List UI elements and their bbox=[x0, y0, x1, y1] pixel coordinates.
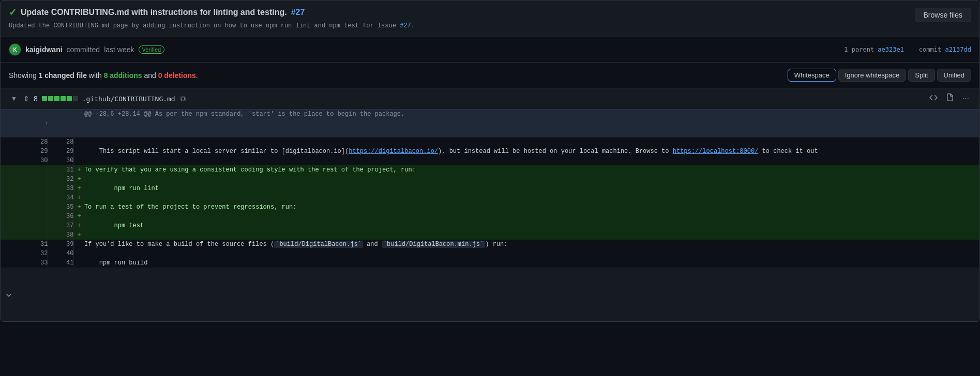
diff-summary-text: Showing 1 changed file with 8 additions … bbox=[9, 71, 198, 80]
line-num-old bbox=[1, 165, 48, 175]
author-action: committed bbox=[67, 45, 100, 54]
bar-block-4 bbox=[61, 96, 66, 101]
table-row: 32 + bbox=[1, 175, 979, 184]
line-num: ↑ bbox=[1, 109, 48, 137]
table-row: 33 41 npm run build bbox=[1, 258, 979, 268]
commit-label: commit bbox=[919, 46, 941, 53]
line-num-new: 30 bbox=[48, 156, 74, 165]
line-num-old bbox=[1, 212, 48, 221]
inline-code: `build/DigitalBacon.js` bbox=[274, 241, 363, 248]
commit-time: last week bbox=[104, 45, 134, 54]
commit-title-text: Update CONTRIBUTING.md with instructions… bbox=[21, 8, 287, 17]
line-num-old: 31 bbox=[1, 240, 48, 249]
bottom-expand-row bbox=[1, 268, 979, 321]
line-code: npm test bbox=[84, 221, 979, 230]
line-num-old bbox=[1, 221, 48, 230]
line-num-old: 28 bbox=[1, 137, 48, 147]
code-view-button[interactable] bbox=[927, 92, 940, 105]
line-code: If you'd like to make a build of the sou… bbox=[84, 240, 979, 249]
ignore-whitespace-button[interactable]: Ignore whitespace bbox=[838, 69, 907, 82]
line-num-new: 38 bbox=[48, 230, 74, 240]
table-row: 35 + To run a test of the project to pre… bbox=[1, 202, 979, 212]
line-sign: + bbox=[74, 221, 84, 230]
check-icon: ✓ bbox=[9, 7, 17, 18]
collapse-button[interactable]: ▼ bbox=[9, 94, 19, 103]
hunk-header-row: ↑ @@ -28,6 +28,14 @@ As per the npm stan… bbox=[1, 109, 979, 137]
hunk-info: @@ -28,6 +28,14 @@ As per the npm standa… bbox=[84, 109, 979, 137]
expand-up-button[interactable]: ↑ bbox=[45, 120, 48, 126]
line-code: npm run lint bbox=[84, 184, 979, 193]
changed-count: 1 changed file bbox=[39, 71, 87, 80]
line-num-old bbox=[1, 230, 48, 240]
table-row: 38 + bbox=[1, 230, 979, 240]
line-sign bbox=[74, 249, 84, 258]
issue-link[interactable]: #27 bbox=[400, 22, 411, 29]
commit-hash[interactable]: a2137dd bbox=[945, 46, 971, 53]
line-sign: + bbox=[74, 165, 84, 175]
avatar: K bbox=[9, 43, 21, 56]
line-num bbox=[48, 109, 74, 137]
unified-button[interactable]: Unified bbox=[937, 69, 971, 82]
line-sign: + bbox=[74, 230, 84, 240]
line-sign: + bbox=[74, 193, 84, 202]
additions-count: 8 additions bbox=[104, 71, 142, 80]
file-diff-header-right: ··· bbox=[927, 92, 971, 105]
table-row: 30 30 bbox=[1, 156, 979, 165]
line-sign bbox=[74, 137, 84, 147]
commit-title-area: ✓ Update CONTRIBUTING.md with instructio… bbox=[9, 7, 907, 30]
line-num-new: 35 bbox=[48, 202, 74, 212]
parent-label: 1 parent bbox=[844, 46, 874, 53]
line-num-old bbox=[1, 184, 48, 193]
line-num-new: 36 bbox=[48, 212, 74, 221]
line-code bbox=[84, 193, 979, 202]
more-options-button[interactable]: ··· bbox=[960, 93, 971, 104]
line-sign: + bbox=[74, 202, 84, 212]
pr-link[interactable]: #27 bbox=[291, 8, 305, 17]
line-num-new: 33 bbox=[48, 184, 74, 193]
parent-hash[interactable]: ae323e1 bbox=[878, 46, 904, 53]
copy-path-button[interactable]: ⧉ bbox=[179, 93, 187, 104]
line-num-old bbox=[1, 202, 48, 212]
line-sign bbox=[74, 240, 84, 249]
expand-down-button[interactable] bbox=[1, 288, 17, 301]
file-diff-header-left: ▼ ⇕ 8 .github/CONTRIBUTING.md ⧉ bbox=[9, 93, 923, 104]
line-num-old: 33 bbox=[1, 258, 48, 268]
line-sign: + bbox=[74, 175, 84, 184]
additions-count-badge: 8 bbox=[34, 95, 38, 103]
line-num-new: 37 bbox=[48, 221, 74, 230]
line-num-new: 32 bbox=[48, 175, 74, 184]
bar-block-1 bbox=[42, 96, 47, 101]
diff-view-options: Whitespace Ignore whitespace Split Unifi… bbox=[788, 69, 971, 82]
split-button[interactable]: Split bbox=[908, 69, 934, 82]
line-code: To verify that you are using a consisten… bbox=[84, 165, 979, 175]
line-sign bbox=[74, 258, 84, 268]
table-row: 29 29 This script will start a local ser… bbox=[1, 147, 979, 156]
whitespace-button[interactable]: Whitespace bbox=[788, 69, 836, 82]
line-num-new: 40 bbox=[48, 249, 74, 258]
browse-files-button[interactable]: Browse files bbox=[915, 8, 971, 22]
line-code: To run a test of the project to prevent … bbox=[84, 202, 979, 212]
line-code bbox=[84, 156, 979, 165]
line-num-old: 30 bbox=[1, 156, 48, 165]
localhost-link[interactable]: https://localhost:8000/ bbox=[673, 148, 759, 155]
commit-hash-area: 1 parent ae323e1 commit a2137dd bbox=[844, 46, 971, 53]
bar-block-3 bbox=[54, 96, 59, 101]
author-name[interactable]: kaigidwani bbox=[25, 45, 63, 54]
bar-block-2 bbox=[48, 96, 53, 101]
digitalbacon-link[interactable]: https://digitalbacon.io/ bbox=[349, 148, 438, 155]
file-view-button[interactable] bbox=[944, 92, 956, 105]
table-row: 37 + npm test bbox=[1, 221, 979, 230]
avatar-image: K bbox=[9, 44, 21, 55]
line-num-old bbox=[1, 193, 48, 202]
line-code bbox=[84, 249, 979, 258]
table-row: 28 28 bbox=[1, 137, 979, 147]
file-diff: ▼ ⇕ 8 .github/CONTRIBUTING.md ⧉ bbox=[0, 88, 980, 322]
inline-code: `build/DigitalBacon.min.js` bbox=[382, 241, 485, 248]
commit-meta: K kaigidwani committed last week Verifie… bbox=[0, 37, 980, 62]
commit-title: ✓ Update CONTRIBUTING.md with instructio… bbox=[9, 7, 907, 18]
commit-header: ✓ Update CONTRIBUTING.md with instructio… bbox=[0, 0, 980, 37]
line-sign bbox=[74, 147, 84, 156]
code-table: ↑ @@ -28,6 +28,14 @@ As per the npm stan… bbox=[1, 109, 979, 321]
line-num-new: 31 bbox=[48, 165, 74, 175]
line-code bbox=[84, 175, 979, 184]
